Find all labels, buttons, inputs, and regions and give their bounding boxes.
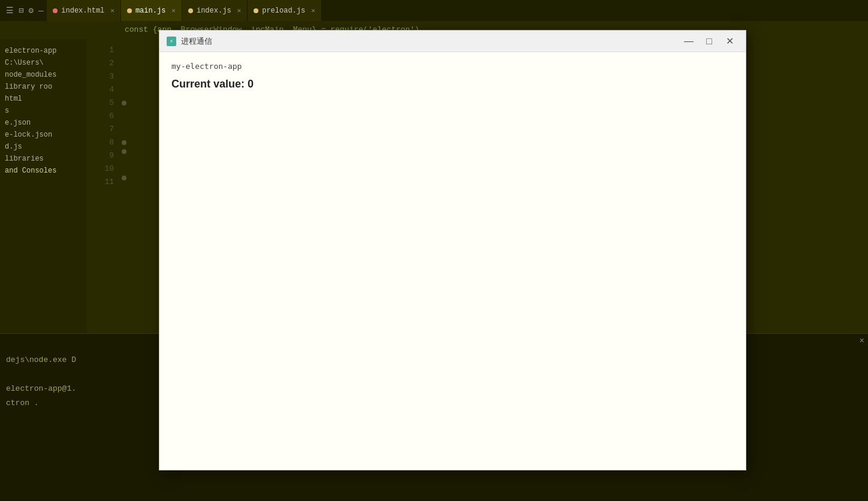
maximize-icon: □: [706, 36, 712, 47]
dialog-title: 进程通信: [181, 36, 680, 47]
dialog-app-name: my-electron-app: [171, 62, 734, 71]
dialog-window-controls: — □ ✕: [680, 34, 739, 49]
dialog-overlay: ⚡ 进程通信 — □ ✕ my-electron-app Current val…: [0, 0, 868, 501]
dialog-close-button[interactable]: ✕: [721, 34, 739, 49]
dialog-titlebar: ⚡ 进程通信 — □ ✕: [159, 31, 746, 52]
dialog-current-value-label: Current value:: [171, 78, 245, 90]
dialog-minimize-button[interactable]: —: [680, 34, 698, 49]
dialog-icon-symbol: ⚡: [170, 38, 173, 45]
dialog-current-value-number: 0: [248, 78, 254, 90]
dialog-ipc: ⚡ 进程通信 — □ ✕ my-electron-app Current val…: [159, 30, 746, 470]
minimize-icon: —: [684, 36, 694, 47]
close-icon: ✕: [726, 35, 734, 47]
dialog-body: my-electron-app Current value: 0: [159, 52, 746, 470]
dialog-app-icon: ⚡: [167, 37, 176, 46]
dialog-current-value-line: Current value: 0: [171, 78, 734, 90]
dialog-maximize-button[interactable]: □: [700, 34, 718, 49]
